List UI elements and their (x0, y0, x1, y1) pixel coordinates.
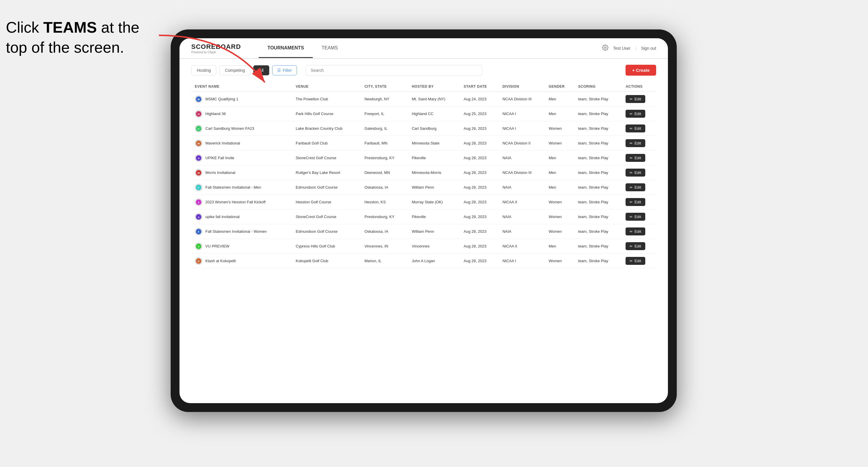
edit-label: Edit (634, 229, 641, 234)
cell-venue: StoneCrest Golf Course (292, 151, 361, 165)
cell-start-date: Aug 28, 2023 (460, 195, 499, 210)
edit-button[interactable]: ✏ Edit (625, 95, 645, 103)
cell-scoring: team, Stroke Play (575, 195, 622, 210)
table-row: u upike fall invitational StoneCrest Gol… (191, 210, 656, 224)
edit-button[interactable]: ✏ Edit (625, 213, 645, 221)
edit-button[interactable]: ✏ Edit (625, 154, 645, 162)
edit-button[interactable]: ✏ Edit (625, 227, 645, 236)
cell-hosted-by: John A Logan (408, 254, 460, 268)
team-logo: u (195, 213, 203, 221)
cell-gender: Women (545, 254, 575, 268)
table-row: H Highland 36 Park Hills Golf Course Fre… (191, 106, 656, 121)
cell-city-state: Faribault, MN (361, 136, 408, 151)
cell-gender: Men (545, 239, 575, 254)
cell-hosted-by: Minnesota-Morris (408, 165, 460, 180)
svg-text:H: H (198, 113, 199, 115)
svg-text:F: F (198, 230, 199, 233)
team-logo: 2 (195, 198, 203, 206)
search-bar (306, 65, 482, 75)
edit-label: Edit (634, 141, 641, 145)
table-row: F Fall Statesmen Invitational - Men Edmu… (191, 180, 656, 195)
cell-city-state: Hesston, KS (361, 195, 408, 210)
tab-teams[interactable]: TEAMS (313, 39, 347, 58)
cell-start-date: Aug 28, 2023 (460, 151, 499, 165)
svg-text:V: V (198, 245, 199, 248)
col-actions: ACTIONS (622, 82, 656, 92)
svg-text:2: 2 (198, 201, 199, 204)
table-row: 2 2023 Women's Hesston Fall Kickoff Hess… (191, 195, 656, 210)
pencil-icon: ✏ (630, 259, 632, 263)
instruction-arrow (141, 29, 288, 94)
col-start-date: START DATE (460, 82, 499, 92)
event-name-text: UPIKE Fall Invite (206, 156, 234, 160)
edit-button[interactable]: ✏ Edit (625, 198, 645, 206)
edit-button[interactable]: ✏ Edit (625, 183, 645, 191)
nav-user: Test User (613, 46, 630, 51)
col-division: DIVISION (499, 82, 545, 92)
cell-scoring: team, Stroke Play (575, 180, 622, 195)
gear-icon[interactable] (602, 44, 609, 52)
cell-event-name: M Maverick Invitational (191, 136, 292, 151)
edit-button[interactable]: ✏ Edit (625, 168, 645, 177)
cell-hosted-by: Pikeville (408, 151, 460, 165)
cell-hosted-by: Highland CC (408, 106, 460, 121)
event-name-text: Klash at Kokopelli (206, 259, 236, 263)
team-logo: V (195, 243, 203, 250)
edit-button[interactable]: ✏ Edit (625, 242, 645, 250)
table-row: M Maverick Invitational Faribault Golf C… (191, 136, 656, 151)
cell-gender: Men (545, 151, 575, 165)
cell-scoring: team, Stroke Play (575, 106, 622, 121)
edit-label: Edit (634, 215, 641, 219)
nav-signout[interactable]: Sign out (641, 46, 656, 51)
cell-hosted-by: Pikeville (408, 210, 460, 224)
cell-scoring: team, Stroke Play (575, 224, 622, 239)
cell-scoring: team, Stroke Play (575, 165, 622, 180)
cell-venue: StoneCrest Golf Course (292, 210, 361, 224)
event-name-text: Carl Sandburg Women FA23 (206, 126, 254, 131)
cell-city-state: Marion, IL (361, 254, 408, 268)
cell-gender: Men (545, 180, 575, 195)
nav-right: Test User | Sign out (602, 44, 656, 52)
svg-text:M: M (198, 98, 200, 101)
event-name-text: Highland 36 (206, 112, 226, 116)
edit-button[interactable]: ✏ Edit (625, 257, 645, 265)
instruction-bold: TEAMS (43, 19, 97, 36)
cell-city-state: Oskaloosa, IA (361, 180, 408, 195)
search-input[interactable] (306, 65, 482, 75)
cell-city-state: Oskaloosa, IA (361, 224, 408, 239)
cell-actions: ✏ Edit (622, 165, 656, 180)
cell-division: NAIA (499, 180, 545, 195)
cell-actions: ✏ Edit (622, 224, 656, 239)
cell-start-date: Aug 28, 2023 (460, 254, 499, 268)
cell-start-date: Aug 28, 2023 (460, 210, 499, 224)
cell-hosted-by: Vincennes (408, 239, 460, 254)
cell-venue: Park Hills Golf Course (292, 106, 361, 121)
cell-actions: ✏ Edit (622, 239, 656, 254)
cell-event-name: U UPIKE Fall Invite (191, 151, 292, 165)
svg-text:U: U (198, 157, 199, 159)
edit-button[interactable]: ✏ Edit (625, 124, 645, 132)
cell-actions: ✏ Edit (622, 92, 656, 106)
table-row: C Carl Sandburg Women FA23 Lake Bracken … (191, 121, 656, 136)
create-button[interactable]: + Create (625, 65, 656, 75)
col-scoring: SCORING (575, 82, 622, 92)
cell-scoring: team, Stroke Play (575, 210, 622, 224)
cell-scoring: team, Stroke Play (575, 239, 622, 254)
cell-hosted-by: Minnesota State (408, 136, 460, 151)
cell-hosted-by: William Penn (408, 180, 460, 195)
event-name-text: MSMC Qualifying 1 (206, 97, 238, 101)
col-gender: GENDER (545, 82, 575, 92)
cell-venue: Lake Bracken Country Club (292, 121, 361, 136)
svg-text:M: M (198, 172, 200, 174)
cell-scoring: team, Stroke Play (575, 254, 622, 268)
cell-venue: Kokopelli Golf Club (292, 254, 361, 268)
cell-event-name: C Carl Sandburg Women FA23 (191, 121, 292, 136)
table-container: EVENT NAME VENUE CITY, STATE HOSTED BY S… (191, 82, 656, 397)
cell-division: NICAA I (499, 254, 545, 268)
edit-button[interactable]: ✏ Edit (625, 110, 645, 118)
edit-label: Edit (634, 170, 641, 175)
event-name-text: Morris Invitational (206, 170, 236, 175)
cell-hosted-by: Carl Sandburg (408, 121, 460, 136)
cell-hosted-by: Mt. Saint Mary (NY) (408, 92, 460, 106)
edit-button[interactable]: ✏ Edit (625, 139, 645, 147)
